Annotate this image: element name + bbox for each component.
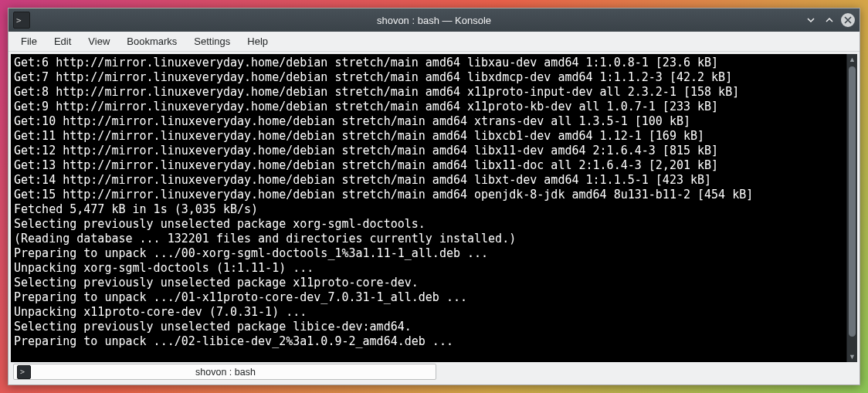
menu-file[interactable]: File [13,33,45,49]
close-icon [844,16,852,24]
window-controls [804,13,855,27]
menubar: File Edit View Bookmarks Settings Help [8,32,860,52]
menu-help[interactable]: Help [239,33,276,49]
scroll-down-icon[interactable]: ▼ [847,351,857,362]
menu-settings[interactable]: Settings [186,33,238,49]
tab-session[interactable]: shovon : bash [13,364,436,380]
tab-label: shovon : bash [34,367,436,378]
titlebar[interactable]: shovon : bash — Konsole [8,8,860,32]
scrollbar-thumb[interactable] [849,66,856,337]
minimize-button[interactable] [804,13,818,27]
tabbar: shovon : bash [11,362,857,382]
menu-edit[interactable]: Edit [46,33,79,49]
menu-view[interactable]: View [80,33,117,49]
terminal-icon [13,12,30,29]
maximize-button[interactable] [822,13,836,27]
close-button[interactable] [841,13,855,27]
terminal-output[interactable]: Get:6 http://mirror.linuxeveryday.home/d… [11,54,846,362]
konsole-window: shovon : bash — Konsole File Edit View B… [8,8,860,385]
menu-bookmarks[interactable]: Bookmarks [119,33,185,49]
chevron-down-icon [806,15,815,25]
terminal-area: Get:6 http://mirror.linuxeveryday.home/d… [8,52,860,385]
window-title: shovon : bash — Konsole [377,15,491,26]
chevron-up-icon [825,15,834,25]
scroll-up-icon[interactable]: ▲ [847,54,857,65]
terminal-icon [17,365,31,379]
scrollbar[interactable]: ▲ ▼ [846,54,857,362]
terminal-wrap: Get:6 http://mirror.linuxeveryday.home/d… [11,54,857,362]
